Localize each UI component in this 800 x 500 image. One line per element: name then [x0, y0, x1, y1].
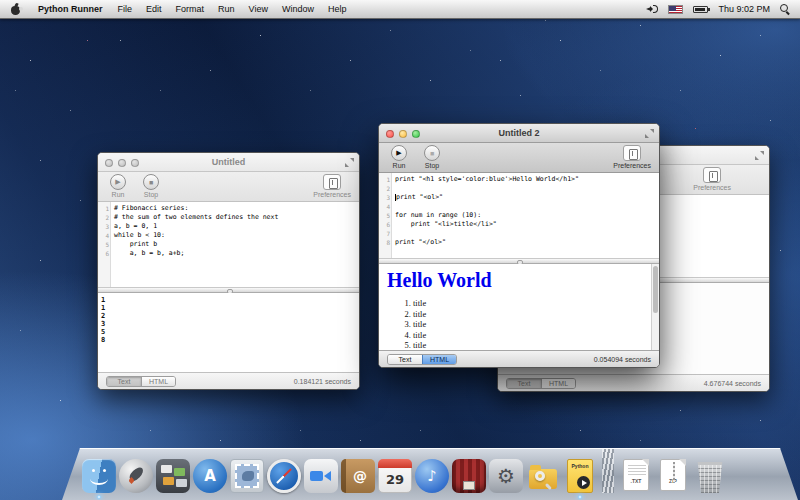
dock-item-mission-control[interactable] [156, 459, 190, 493]
input-language-flag-icon[interactable] [668, 5, 683, 14]
dock-item-trash[interactable] [693, 459, 727, 493]
scrollbar[interactable] [651, 264, 659, 350]
fullscreen-icon[interactable] [345, 158, 354, 167]
zoom-button[interactable] [412, 130, 420, 138]
dock-item-facetime[interactable] [304, 459, 338, 493]
output-line: 2 [98, 312, 359, 320]
titlebar[interactable]: Untitled [98, 153, 359, 172]
txt-file-icon: .TXT [623, 459, 649, 491]
code-line: 1 # Fibonacci series: [98, 204, 359, 213]
dock-item-mail[interactable] [230, 459, 264, 493]
window-untitled-2: Untitled 2 ▶ Run ■ Stop Preferences [378, 123, 660, 368]
tab-text[interactable]: Text [388, 355, 422, 364]
code-line: 2 # the sum of two elements defines the … [98, 213, 359, 222]
safari-compass-icon [267, 459, 301, 493]
code-editor[interactable]: 1 # Fibonacci series: 2 # the sum of two… [98, 202, 359, 287]
dock-item-address-book[interactable]: @ [341, 459, 375, 493]
preferences-button[interactable]: Preferences [313, 174, 351, 198]
code-text: print "<h1 style='color:blue'>Hello Worl… [392, 175, 579, 184]
window-title: Untitled 2 [498, 128, 539, 138]
run-button[interactable]: ▶ Run [387, 145, 411, 169]
dock-item-safari[interactable] [267, 459, 301, 493]
dock-item-txt-document[interactable]: .TXT [619, 459, 653, 493]
trash-icon [696, 462, 724, 493]
menu-item[interactable]: View [242, 4, 275, 14]
battery-icon[interactable] [693, 6, 708, 13]
code-editor[interactable]: 1 print "<h1 style='color:blue'>Hello Wo… [379, 173, 659, 258]
code-text: print b [111, 240, 157, 249]
close-button[interactable] [105, 159, 113, 167]
apple-menu-icon[interactable] [10, 4, 21, 15]
photo-booth-curtain-icon [452, 459, 486, 493]
zoom-button[interactable] [131, 159, 139, 167]
line-number: 5 [379, 211, 392, 220]
scrollbar-thumb[interactable] [653, 266, 658, 313]
desktop: Python Runner FileEditFormatRunViewWindo… [0, 0, 800, 500]
tab-html[interactable]: HTML [141, 377, 175, 386]
menu-item[interactable]: Window [275, 4, 321, 14]
output-pane[interactable]: Hello World titletitletitletitletitletit… [379, 264, 659, 350]
dock-item-finder[interactable] [82, 459, 116, 493]
menu-item[interactable]: Format [169, 4, 212, 14]
code-line: 5 for num in range (10): [379, 211, 659, 220]
dock-item-zip-document[interactable]: ZIP [656, 459, 690, 493]
line-number: 1 [98, 204, 111, 213]
preferences-icon [623, 145, 641, 161]
preferences-button[interactable]: Preferences [693, 167, 731, 191]
dock-item-launchpad[interactable] [119, 459, 153, 493]
menu-item[interactable]: Help [321, 4, 354, 14]
preferences-button[interactable]: Preferences [613, 145, 651, 169]
menu-clock[interactable]: Thu 9:02 PM [718, 4, 770, 14]
rendered-list-item: title [413, 330, 659, 341]
fullscreen-icon[interactable] [645, 129, 654, 138]
python-runner-icon: Python [567, 459, 593, 493]
menu-item[interactable]: Edit [139, 4, 169, 14]
play-icon: ▶ [110, 174, 126, 190]
minimize-button[interactable] [118, 159, 126, 167]
stop-button[interactable]: ■ Stop [420, 145, 444, 169]
run-time: 4.676744 seconds [704, 380, 761, 387]
volume-icon[interactable] [646, 4, 658, 14]
titlebar[interactable]: Untitled 2 [379, 124, 659, 143]
stop-button[interactable]: ■ Stop [139, 174, 163, 198]
line-number: 4 [379, 202, 392, 211]
rendered-list-item: title [413, 319, 659, 330]
fullscreen-icon[interactable] [755, 151, 764, 160]
rendered-heading: Hello World [387, 269, 659, 292]
output-pane[interactable]: 112358 [98, 293, 359, 372]
stop-icon: ■ [143, 174, 159, 190]
dock-item-search[interactable] [526, 459, 560, 493]
dock-item-app-store[interactable]: A [193, 459, 227, 493]
line-number: 6 [379, 220, 392, 229]
tab-html[interactable]: HTML [541, 379, 575, 388]
toolbar: ▶ Run ■ Stop Preferences [98, 172, 359, 202]
running-indicator [578, 495, 582, 499]
dock-item-python-runner[interactable]: Python [563, 459, 597, 493]
minimize-button[interactable] [399, 130, 407, 138]
close-button[interactable] [386, 130, 394, 138]
tab-text[interactable]: Text [507, 379, 541, 388]
dock-item-photo-booth[interactable] [452, 459, 486, 493]
code-line: 4 [379, 202, 659, 211]
code-line: 4 while b < 10: [98, 231, 359, 240]
dock-item-ical[interactable]: 29 [378, 459, 412, 493]
line-number: 1 [379, 175, 392, 184]
code-text: # the sum of two elements defines the ne… [111, 213, 278, 222]
run-button[interactable]: ▶ Run [106, 174, 130, 198]
menu-app-name[interactable]: Python Runner [30, 4, 111, 14]
menu-bar: Python Runner FileEditFormatRunViewWindo… [0, 0, 800, 19]
tab-html[interactable]: HTML [422, 355, 456, 364]
dock-item-itunes[interactable]: ♪ [415, 459, 449, 493]
window-untitled-1: Untitled ▶ Run ■ Stop Preferences [97, 152, 360, 390]
rendered-list-item: title [413, 340, 659, 350]
menu-item[interactable]: Run [211, 4, 242, 14]
tab-text[interactable]: Text [107, 377, 141, 386]
spotlight-icon[interactable] [780, 4, 790, 14]
output-mode-tabs: Text HTML [387, 354, 457, 365]
dock-item-system-preferences[interactable]: ⚙ [489, 459, 523, 493]
rendered-list: titletitletitletitletitletitle [387, 298, 659, 350]
bottom-bar: Text HTML 0.054094 seconds [379, 350, 659, 367]
line-number: 3 [379, 193, 392, 202]
traffic-lights [386, 130, 420, 138]
menu-item[interactable]: File [111, 4, 140, 14]
